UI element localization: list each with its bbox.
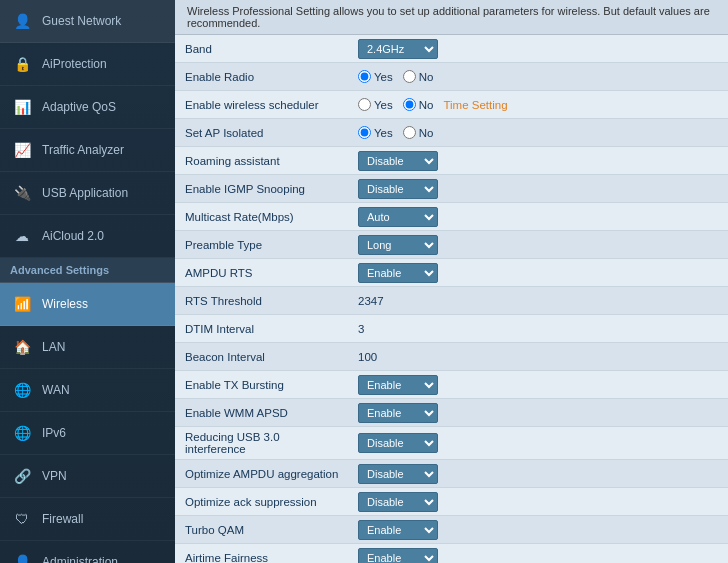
settings-row-ampdu-aggregation: Optimize AMPDU aggregationDisableEnable	[175, 460, 728, 488]
top-notice: Wireless Professional Setting allows you…	[175, 0, 728, 35]
row-label-multicast-rate: Multicast Rate(Mbps)	[175, 207, 350, 227]
sidebar-item-traffic-analyzer[interactable]: 📈 Traffic Analyzer	[0, 129, 175, 172]
row-value-ack-suppression[interactable]: DisableEnable	[350, 489, 728, 515]
settings-row-igmp-snooping: Enable IGMP SnoopingDisableEnable	[175, 175, 728, 203]
row-value-igmp-snooping[interactable]: DisableEnable	[350, 176, 728, 202]
row-value-turbo-qam[interactable]: EnableDisable	[350, 517, 728, 543]
ipv6-icon: 🌐	[10, 421, 34, 445]
settings-row-ampdu-rts: AMPDU RTSEnableDisable	[175, 259, 728, 287]
row-label-rts-threshold: RTS Threshold	[175, 291, 350, 311]
row-value-roaming-assistant[interactable]: DisableEnable	[350, 148, 728, 174]
sidebar-item-wan[interactable]: 🌐 WAN	[0, 369, 175, 412]
radio-input-ap-isolated-yes[interactable]	[358, 126, 371, 139]
row-label-dtim-interval: DTIM Interval	[175, 319, 350, 339]
settings-row-rts-threshold: RTS Threshold2347	[175, 287, 728, 315]
select-band[interactable]: 2.4GHz5GHz	[358, 39, 438, 59]
select-multicast-rate[interactable]: Auto125.511	[358, 207, 438, 227]
sidebar-item-lan[interactable]: 🏠 LAN	[0, 326, 175, 369]
settings-row-ack-suppression: Optimize ack suppressionDisableEnable	[175, 488, 728, 516]
aicloud-icon: ☁	[10, 224, 34, 248]
row-value-wmm-apsd[interactable]: EnableDisable	[350, 400, 728, 426]
radio-group-enable-radio: Yes No	[358, 70, 433, 83]
select-ampdu-aggregation[interactable]: DisableEnable	[358, 464, 438, 484]
row-value-airtime-fairness[interactable]: EnableDisable	[350, 545, 728, 564]
sidebar-item-aicloud[interactable]: ☁ AiCloud 2.0	[0, 215, 175, 258]
radio-input-enable-radio-no[interactable]	[403, 70, 416, 83]
settings-row-wireless-scheduler: Enable wireless scheduler Yes NoTime Set…	[175, 91, 728, 119]
select-ampdu-rts[interactable]: EnableDisable	[358, 263, 438, 283]
time-setting-link[interactable]: Time Setting	[443, 99, 507, 111]
sidebar-item-guest-network[interactable]: 👤 Guest Network	[0, 0, 175, 43]
sidebar-item-aiprotection[interactable]: 🔒 AiProtection	[0, 43, 175, 86]
wan-icon: 🌐	[10, 378, 34, 402]
select-turbo-qam[interactable]: EnableDisable	[358, 520, 438, 540]
radio-group-ap-isolated: Yes No	[358, 126, 433, 139]
radio-input-ap-isolated-no[interactable]	[403, 126, 416, 139]
main-content: Wireless Professional Setting allows you…	[175, 0, 728, 563]
row-value-wireless-scheduler[interactable]: Yes NoTime Setting	[350, 95, 728, 114]
radio-label-enable-radio-yes[interactable]: Yes	[358, 70, 393, 83]
settings-table: Band2.4GHz5GHzEnable Radio Yes NoEnable …	[175, 35, 728, 563]
select-wmm-apsd[interactable]: EnableDisable	[358, 403, 438, 423]
row-value-tx-bursting[interactable]: EnableDisable	[350, 372, 728, 398]
select-roaming-assistant[interactable]: DisableEnable	[358, 151, 438, 171]
sidebar-item-usb-application[interactable]: 🔌 USB Application	[0, 172, 175, 215]
row-value-enable-radio[interactable]: Yes No	[350, 67, 728, 86]
row-value-usb30-interference[interactable]: DisableEnable	[350, 430, 728, 456]
row-value-ap-isolated[interactable]: Yes No	[350, 123, 728, 142]
row-label-beacon-interval: Beacon Interval	[175, 347, 350, 367]
radio-input-enable-radio-yes[interactable]	[358, 70, 371, 83]
traffic-analyzer-icon: 📈	[10, 138, 34, 162]
settings-row-band: Band2.4GHz5GHz	[175, 35, 728, 63]
row-label-ack-suppression: Optimize ack suppression	[175, 492, 350, 512]
row-label-ampdu-rts: AMPDU RTS	[175, 263, 350, 283]
row-value-ampdu-rts[interactable]: EnableDisable	[350, 260, 728, 286]
row-value-ampdu-aggregation[interactable]: DisableEnable	[350, 461, 728, 487]
row-label-igmp-snooping: Enable IGMP Snooping	[175, 179, 350, 199]
usb-icon: 🔌	[10, 181, 34, 205]
sidebar-item-ipv6[interactable]: 🌐 IPv6	[0, 412, 175, 455]
adaptive-qos-icon: 📊	[10, 95, 34, 119]
row-label-tx-bursting: Enable TX Bursting	[175, 375, 350, 395]
guest-network-icon: 👤	[10, 9, 34, 33]
row-label-airtime-fairness: Airtime Fairness	[175, 548, 350, 564]
radio-label-ap-isolated-no[interactable]: No	[403, 126, 434, 139]
radio-label-enable-radio-no[interactable]: No	[403, 70, 434, 83]
firewall-icon: 🛡	[10, 507, 34, 531]
row-value-dtim-interval: 3	[350, 320, 728, 338]
settings-row-enable-radio: Enable Radio Yes No	[175, 63, 728, 91]
select-igmp-snooping[interactable]: DisableEnable	[358, 179, 438, 199]
vpn-icon: 🔗	[10, 464, 34, 488]
radio-label-wireless-scheduler-yes[interactable]: Yes	[358, 98, 393, 111]
row-value-multicast-rate[interactable]: Auto125.511	[350, 204, 728, 230]
row-label-roaming-assistant: Roaming assistant	[175, 151, 350, 171]
advanced-settings-header: Advanced Settings	[0, 258, 175, 283]
select-tx-bursting[interactable]: EnableDisable	[358, 375, 438, 395]
settings-row-airtime-fairness: Airtime FairnessEnableDisable	[175, 544, 728, 563]
row-value-band[interactable]: 2.4GHz5GHz	[350, 36, 728, 62]
radio-label-ap-isolated-yes[interactable]: Yes	[358, 126, 393, 139]
select-usb30-interference[interactable]: DisableEnable	[358, 433, 438, 453]
row-label-ap-isolated: Set AP Isolated	[175, 123, 350, 143]
select-ack-suppression[interactable]: DisableEnable	[358, 492, 438, 512]
sidebar: 👤 Guest Network 🔒 AiProtection 📊 Adaptiv…	[0, 0, 175, 563]
aiprotection-icon: 🔒	[10, 52, 34, 76]
radio-label-wireless-scheduler-no[interactable]: No	[403, 98, 434, 111]
radio-input-wireless-scheduler-yes[interactable]	[358, 98, 371, 111]
sidebar-item-firewall[interactable]: 🛡 Firewall	[0, 498, 175, 541]
select-preamble-type[interactable]: LongShort	[358, 235, 438, 255]
row-value-preamble-type[interactable]: LongShort	[350, 232, 728, 258]
sidebar-item-wireless[interactable]: 📶 Wireless	[0, 283, 175, 326]
sidebar-item-vpn[interactable]: 🔗 VPN	[0, 455, 175, 498]
sidebar-item-administration[interactable]: 👤 Administration	[0, 541, 175, 563]
select-airtime-fairness[interactable]: EnableDisable	[358, 548, 438, 564]
sidebar-item-adaptive-qos[interactable]: 📊 Adaptive QoS	[0, 86, 175, 129]
settings-row-usb30-interference: Reducing USB 3.0 interferenceDisableEnab…	[175, 427, 728, 460]
radio-input-wireless-scheduler-no[interactable]	[403, 98, 416, 111]
row-label-ampdu-aggregation: Optimize AMPDU aggregation	[175, 464, 350, 484]
administration-icon: 👤	[10, 550, 34, 563]
wireless-icon: 📶	[10, 292, 34, 316]
settings-row-preamble-type: Preamble TypeLongShort	[175, 231, 728, 259]
settings-row-multicast-rate: Multicast Rate(Mbps)Auto125.511	[175, 203, 728, 231]
row-label-wmm-apsd: Enable WMM APSD	[175, 403, 350, 423]
